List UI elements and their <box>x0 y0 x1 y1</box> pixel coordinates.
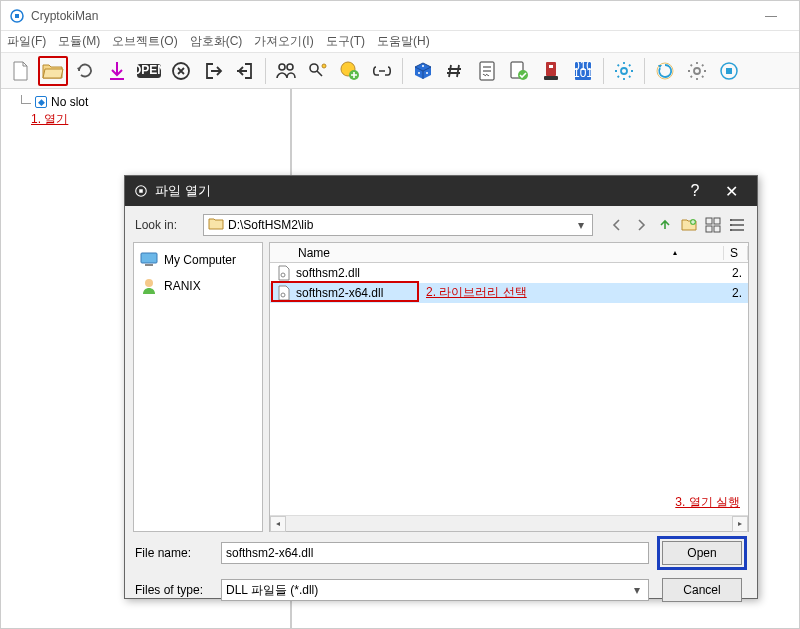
lookin-path: D:\SoftHSM2\lib <box>228 218 313 232</box>
binary-icon[interactable]: 010101 <box>568 56 598 86</box>
sidebar-item-label: My Computer <box>164 253 236 267</box>
scroll-right-icon[interactable]: ▸ <box>732 516 748 532</box>
open-file-icon[interactable] <box>38 56 68 86</box>
dll-file-icon <box>276 265 292 281</box>
login-icon[interactable] <box>198 56 228 86</box>
gear2-icon[interactable] <box>682 56 712 86</box>
svg-rect-1 <box>15 14 19 18</box>
lookin-label: Look in: <box>135 218 195 232</box>
minimize-button[interactable]: — <box>751 4 791 28</box>
verify-doc-icon[interactable] <box>504 56 534 86</box>
reload-icon[interactable] <box>650 56 680 86</box>
up-folder-icon[interactable] <box>655 215 675 235</box>
file-name: softhsm2.dll <box>296 266 724 280</box>
dialog-title: 파일 열기 <box>155 182 211 200</box>
tree-item-noslot[interactable]: ◆ No slot <box>5 95 286 109</box>
svg-point-7 <box>310 64 318 72</box>
file-list: softhsm2.dll 2. softhsm2-x64.dll 2. <box>270 263 748 515</box>
dialog-icon <box>133 183 149 199</box>
svg-rect-29 <box>139 189 143 193</box>
new-folder-icon[interactable] <box>679 215 699 235</box>
svg-rect-38 <box>141 253 157 263</box>
sidebar-item-ranix[interactable]: RANIX <box>138 273 258 299</box>
close-circle-icon[interactable] <box>166 56 196 86</box>
users-icon[interactable] <box>271 56 301 86</box>
open-badge-icon[interactable]: OPEN <box>134 56 164 86</box>
toolbar-separator <box>265 58 266 84</box>
app-title: CryptokiMan <box>31 9 98 23</box>
file-name-input[interactable]: softhsm2-x64.dll <box>221 542 649 564</box>
svg-rect-39 <box>145 264 153 266</box>
svg-point-5 <box>279 64 285 70</box>
dialog-bottom: File name: softhsm2-x64.dll Open Files o… <box>125 532 757 614</box>
tree-connector-icon <box>17 95 31 109</box>
svg-rect-17 <box>546 62 556 76</box>
toolbar: OPEN 010101 <box>1 53 799 89</box>
file-list-header: Name ▴ S <box>270 243 748 263</box>
open-button[interactable]: Open <box>662 541 742 565</box>
add-circle-icon[interactable] <box>335 56 365 86</box>
new-file-icon[interactable] <box>6 56 36 86</box>
svg-point-8 <box>322 64 326 68</box>
menubar: 파일(F) 모듈(M) 오브젝트(O) 암호화(C) 가져오기(I) 도구(T)… <box>1 31 799 53</box>
menu-import[interactable]: 가져오기(I) <box>254 33 313 50</box>
dialog-close-button[interactable]: ✕ <box>713 176 749 206</box>
dialog-body: My Computer RANIX Name ▴ S softhsm2.dll … <box>125 242 757 532</box>
main-titlebar: CryptokiMan — <box>1 1 799 31</box>
list-view-icon[interactable] <box>727 215 747 235</box>
tree-item-label: No slot <box>51 95 88 109</box>
sidebar-item-label: RANIX <box>164 279 201 293</box>
gear-icon[interactable] <box>609 56 639 86</box>
cancel-button[interactable]: Cancel <box>662 578 742 602</box>
link-icon[interactable] <box>367 56 397 86</box>
undo-icon[interactable] <box>70 56 100 86</box>
chevron-down-icon: ▾ <box>574 218 588 232</box>
svg-point-36 <box>730 224 732 226</box>
menu-help[interactable]: 도움말(H) <box>377 33 430 50</box>
hash-icon[interactable] <box>440 56 470 86</box>
file-row[interactable]: softhsm2.dll 2. <box>270 263 748 283</box>
nav-forward-icon[interactable] <box>631 215 651 235</box>
dialog-help-button[interactable]: ? <box>677 176 713 206</box>
chip-icon[interactable] <box>714 56 744 86</box>
dll-file-icon <box>276 285 292 301</box>
sign-doc-icon[interactable] <box>472 56 502 86</box>
file-name-label: File name: <box>135 546 213 560</box>
places-sidebar: My Computer RANIX <box>133 242 263 532</box>
file-row[interactable]: softhsm2-x64.dll 2. <box>270 283 748 303</box>
cube-icon[interactable] <box>408 56 438 86</box>
download-icon[interactable] <box>102 56 132 86</box>
nav-back-icon[interactable] <box>607 215 627 235</box>
svg-rect-31 <box>706 218 712 224</box>
svg-rect-34 <box>714 226 720 232</box>
app-icon <box>9 8 25 24</box>
svg-point-37 <box>730 229 732 231</box>
lookin-combo[interactable]: D:\SoftHSM2\lib ▾ <box>203 214 593 236</box>
sidebar-item-mycomputer[interactable]: My Computer <box>138 247 258 273</box>
files-of-type-combo[interactable]: DLL 파일들 (*.dll) ▾ <box>221 579 649 601</box>
svg-rect-19 <box>544 76 558 80</box>
menu-object[interactable]: 오브젝트(O) <box>112 33 177 50</box>
svg-point-40 <box>145 279 153 287</box>
svg-rect-27 <box>726 68 732 74</box>
column-s[interactable]: S <box>724 246 748 260</box>
column-name[interactable]: Name ▴ <box>270 246 724 260</box>
svg-point-35 <box>730 219 732 221</box>
scroll-left-icon[interactable]: ◂ <box>270 516 286 532</box>
key-search-icon[interactable] <box>303 56 333 86</box>
menu-tool[interactable]: 도구(T) <box>326 33 365 50</box>
svg-point-25 <box>694 68 700 74</box>
user-icon <box>140 277 158 295</box>
logout-icon[interactable] <box>230 56 260 86</box>
horizontal-scrollbar[interactable]: ◂ ▸ <box>270 515 748 531</box>
sort-asc-icon: ▴ <box>673 248 717 257</box>
files-of-type-label: Files of type: <box>135 583 213 597</box>
menu-crypto[interactable]: 암호화(C) <box>190 33 243 50</box>
icon-view-icon[interactable] <box>703 215 723 235</box>
menu-file[interactable]: 파일(F) <box>7 33 46 50</box>
lookin-tools <box>607 215 747 235</box>
encrypt-icon[interactable] <box>536 56 566 86</box>
menu-module[interactable]: 모듈(M) <box>58 33 100 50</box>
file-s: 2. <box>724 266 748 280</box>
annotation-1: 1. 열기 <box>5 111 286 128</box>
